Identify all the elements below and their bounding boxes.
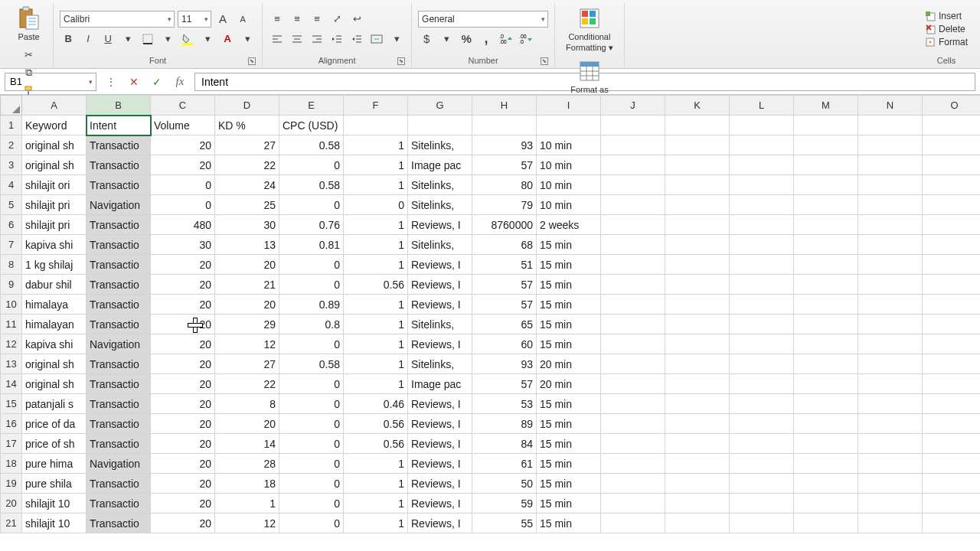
font-color-button[interactable]: A xyxy=(219,31,236,47)
column-header-M[interactable]: M xyxy=(794,96,858,116)
wrap-text-button[interactable]: ↩ xyxy=(348,11,365,28)
cell[interactable]: 0 xyxy=(279,195,344,215)
cell[interactable]: 20 xyxy=(151,474,215,494)
cell[interactable] xyxy=(923,295,981,315)
cell[interactable]: Image pac xyxy=(408,155,472,175)
cell[interactable]: Sitelinks, xyxy=(408,235,472,255)
cell[interactable] xyxy=(408,116,472,135)
cell[interactable] xyxy=(858,315,923,334)
cell[interactable] xyxy=(923,235,981,255)
grow-font-button[interactable]: A xyxy=(214,11,231,28)
cell[interactable]: 57 xyxy=(472,155,537,175)
cell[interactable]: 0 xyxy=(279,334,344,354)
cell[interactable]: 2 weeks xyxy=(537,215,601,235)
cell[interactable]: Sitelinks, xyxy=(408,175,472,195)
cell[interactable] xyxy=(794,354,858,374)
cell[interactable] xyxy=(601,195,665,215)
cell[interactable] xyxy=(858,175,923,195)
column-header-A[interactable]: A xyxy=(22,96,87,116)
column-header-O[interactable]: O xyxy=(923,96,981,116)
row-header[interactable]: 9 xyxy=(1,275,22,295)
cell[interactable]: 15 min xyxy=(537,394,601,414)
cell[interactable] xyxy=(730,175,794,195)
cell[interactable]: Transactio xyxy=(87,354,151,374)
cell[interactable]: 0 xyxy=(279,434,344,454)
cell[interactable] xyxy=(794,155,858,175)
cell[interactable] xyxy=(923,315,981,334)
row-header[interactable]: 11 xyxy=(1,315,22,334)
cell[interactable]: 89 xyxy=(472,414,537,434)
font-launcher[interactable]: ⬊ xyxy=(248,57,256,65)
cell[interactable]: 20 xyxy=(151,255,215,275)
increase-indent-button[interactable] xyxy=(348,31,365,47)
cell[interactable] xyxy=(730,514,794,533)
font-size-combo[interactable]: 11 xyxy=(178,11,211,28)
cell[interactable]: 1 xyxy=(344,295,408,315)
cell[interactable]: shilajit pri xyxy=(22,195,87,215)
cell[interactable] xyxy=(858,275,923,295)
increase-decimal-button[interactable]: .0.00 xyxy=(498,31,514,47)
row-header[interactable]: 10 xyxy=(1,295,22,315)
cell[interactable] xyxy=(730,374,794,394)
cell[interactable]: dabur shil xyxy=(22,275,87,295)
cell[interactable]: 22 xyxy=(215,155,279,175)
percent-button[interactable]: % xyxy=(458,31,475,47)
number-launcher[interactable]: ⬊ xyxy=(541,57,548,65)
cell[interactable]: 15 min xyxy=(537,494,601,514)
cell[interactable] xyxy=(923,514,981,533)
cell[interactable]: Reviews, I xyxy=(408,215,472,235)
cell[interactable] xyxy=(923,414,981,434)
column-header-N[interactable]: N xyxy=(858,96,923,116)
row-header[interactable]: 3 xyxy=(1,155,22,175)
cell[interactable] xyxy=(601,394,665,414)
cell[interactable] xyxy=(730,474,794,494)
cell[interactable]: 20 min xyxy=(537,374,601,394)
cell[interactable]: 1 xyxy=(344,235,408,255)
cell[interactable]: 22 xyxy=(215,374,279,394)
comma-button[interactable]: , xyxy=(478,31,495,47)
cell[interactable]: 15 min xyxy=(537,275,601,295)
cell[interactable]: Transactio xyxy=(87,374,151,394)
cell[interactable]: 15 min xyxy=(537,255,601,275)
cell[interactable] xyxy=(730,494,794,514)
row-header[interactable]: 17 xyxy=(1,434,22,454)
cell[interactable] xyxy=(858,494,923,514)
cell[interactable]: 480 xyxy=(151,215,215,235)
borders-more[interactable]: ▾ xyxy=(159,31,176,47)
cell[interactable] xyxy=(665,334,730,354)
cell[interactable]: 30 xyxy=(215,215,279,235)
cell[interactable]: 18 xyxy=(215,474,279,494)
cell[interactable] xyxy=(794,454,858,474)
row-header[interactable]: 20 xyxy=(1,494,22,514)
merge-more[interactable]: ▾ xyxy=(388,31,405,47)
cell[interactable]: original sh xyxy=(22,354,87,374)
cell[interactable] xyxy=(794,215,858,235)
cell[interactable]: Transactio xyxy=(87,215,151,235)
cell[interactable]: pure hima xyxy=(22,454,87,474)
cell[interactable]: 0 xyxy=(279,414,344,434)
row-header[interactable]: 18 xyxy=(1,454,22,474)
number-format-combo[interactable]: General xyxy=(418,11,548,28)
cell[interactable]: 68 xyxy=(472,235,537,255)
cell[interactable]: 20 xyxy=(151,394,215,414)
cell[interactable]: Transactio xyxy=(87,315,151,334)
cell[interactable] xyxy=(472,116,537,135)
cell[interactable]: 12 xyxy=(215,514,279,533)
cell[interactable] xyxy=(794,334,858,354)
cell[interactable] xyxy=(858,155,923,175)
cell[interactable]: 20 xyxy=(215,255,279,275)
cell[interactable]: kapiva shi xyxy=(22,334,87,354)
cell[interactable]: Sitelinks, xyxy=(408,315,472,334)
cut-button[interactable]: ✂ xyxy=(21,46,38,63)
cell[interactable] xyxy=(601,116,665,135)
cell[interactable]: 0 xyxy=(151,195,215,215)
cell[interactable] xyxy=(665,235,730,255)
cell[interactable]: Transactio xyxy=(87,514,151,533)
cell[interactable] xyxy=(601,434,665,454)
cell[interactable]: Reviews, I xyxy=(408,414,472,434)
cell[interactable]: 20 xyxy=(151,434,215,454)
cell[interactable] xyxy=(858,116,923,135)
cell[interactable]: shilajit pri xyxy=(22,215,87,235)
cell[interactable] xyxy=(344,116,408,135)
cell[interactable] xyxy=(923,334,981,354)
